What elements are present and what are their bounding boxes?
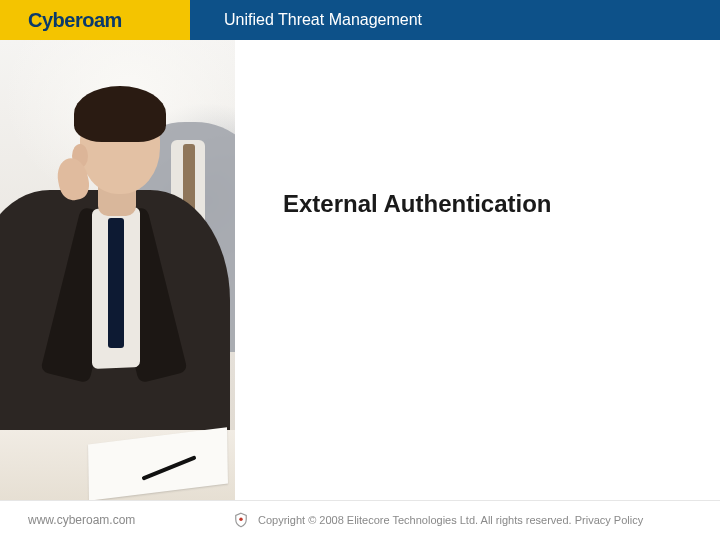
slide-title: External Authentication	[283, 190, 551, 218]
footer-bar: www.cyberoam.com Copyright © 2008 Elitec…	[0, 500, 720, 540]
hero-person-1-tie	[108, 218, 124, 348]
hero-image	[0, 40, 235, 500]
slide: Cyberoam Unified Threat Management Exter…	[0, 0, 720, 540]
header-bar: Cyberoam Unified Threat Management	[0, 0, 720, 40]
tagline-block: Unified Threat Management	[190, 0, 720, 40]
brand-name: Cyberoam	[28, 9, 122, 32]
tagline-text: Unified Threat Management	[224, 11, 422, 29]
footer-copyright: Copyright © 2008 Elitecore Technologies …	[258, 514, 643, 526]
content-area: External Authentication	[235, 40, 720, 500]
footer-site: www.cyberoam.com	[28, 513, 135, 527]
footer-copyright-block: Copyright © 2008 Elitecore Technologies …	[232, 511, 643, 529]
brand-block: Cyberoam	[0, 0, 190, 40]
shield-icon	[232, 511, 250, 529]
hero-person-1-hair	[74, 86, 166, 142]
svg-point-0	[239, 518, 242, 521]
